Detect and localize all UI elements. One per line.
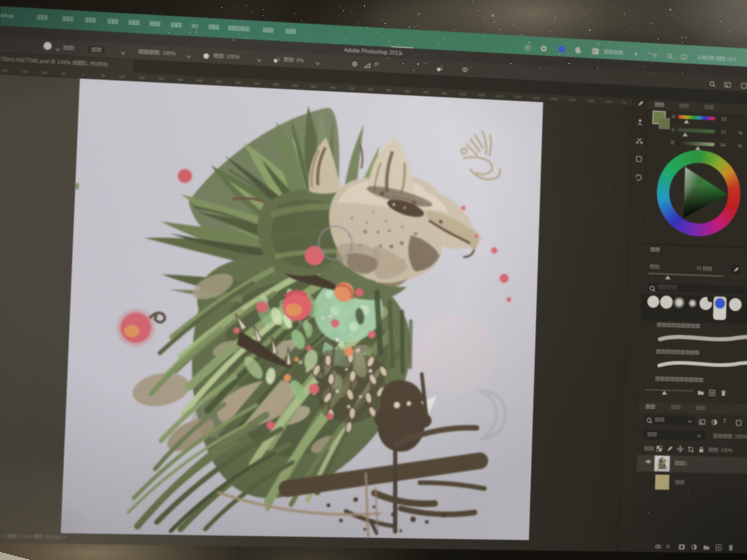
- svg-text:fx: fx: [666, 543, 671, 549]
- svg-text:P: P: [593, 49, 596, 54]
